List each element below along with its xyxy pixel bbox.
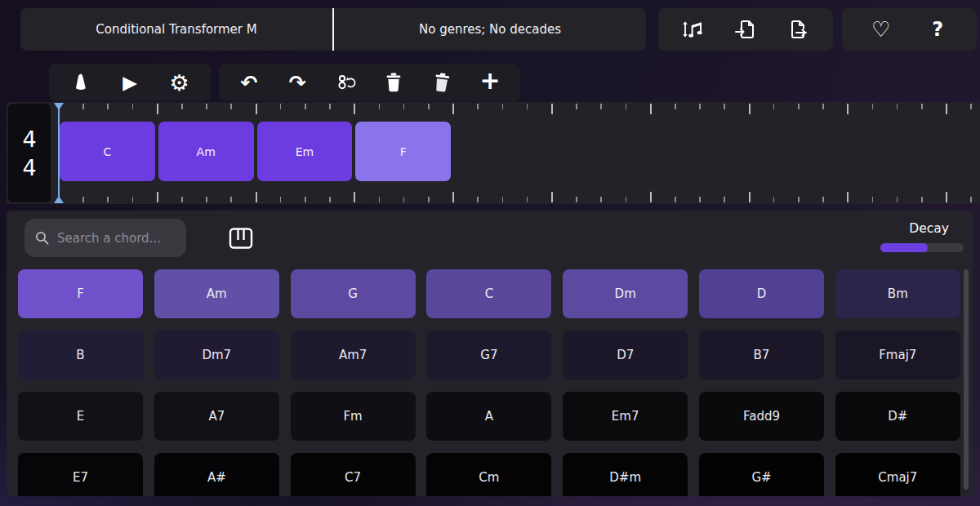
heart-icon: ♡ (871, 19, 890, 40)
chord-button[interactable]: C7 (291, 453, 416, 496)
piano-toggle-button[interactable] (227, 225, 255, 251)
chord-button[interactable]: F (18, 269, 143, 318)
chord-button[interactable]: D7 (563, 331, 688, 380)
ruler-tick (749, 104, 751, 114)
ruler-tick (724, 104, 725, 109)
genre-decade-selector[interactable]: No genres; No decades (334, 8, 646, 51)
ruler-tick (921, 197, 923, 202)
chord-button[interactable]: G# (699, 453, 824, 496)
chord-button[interactable]: B (18, 331, 143, 380)
chord-search[interactable] (24, 219, 186, 257)
timeline-chord-block[interactable]: C (60, 122, 155, 181)
play-button[interactable]: ▶ (112, 66, 148, 99)
ruler-tick (970, 104, 972, 109)
redo-button[interactable]: ↷ (279, 66, 315, 99)
chord-button[interactable]: D (699, 269, 824, 318)
add-chord-button[interactable]: + (472, 66, 508, 99)
chord-button[interactable]: Fadd9 (699, 392, 824, 441)
export-button[interactable] (781, 11, 817, 47)
transpose-button[interactable] (675, 11, 711, 47)
undo-button[interactable]: ↶ (231, 66, 267, 99)
settings-button[interactable]: ⚙ (162, 66, 198, 99)
play-icon: ▶ (122, 73, 137, 92)
gear-icon: ⚙ (169, 72, 189, 94)
chord-button[interactable]: D#m (563, 453, 688, 496)
chord-button[interactable]: Am7 (291, 331, 416, 380)
ruler-tick (107, 104, 109, 109)
ruler-tick (305, 104, 306, 109)
chord-button[interactable]: Cm (426, 453, 551, 496)
ruler-tick (650, 192, 652, 202)
ruler-tick (256, 104, 257, 114)
ruler-tick (749, 192, 751, 202)
help-button[interactable]: ? (920, 11, 956, 47)
ruler-tick (157, 192, 158, 202)
ruler-tick (428, 104, 430, 109)
delete-all-button[interactable] (424, 66, 460, 99)
ruler-tick (626, 104, 627, 109)
chord-button[interactable]: G (291, 269, 416, 318)
ruler-tick (280, 104, 282, 109)
metronome-button[interactable] (63, 66, 99, 99)
chord-button[interactable]: Fm (291, 392, 416, 441)
chord-search-input[interactable] (57, 231, 172, 246)
ruler-tick (82, 104, 84, 109)
ruler-tick (329, 104, 331, 109)
timeline-chord-block[interactable]: Am (158, 122, 254, 181)
chord-button[interactable]: A7 (154, 392, 279, 441)
edit-toolbar: ↶ ↷ + (219, 64, 520, 101)
ruler-tick (872, 104, 874, 109)
ruler-tick (551, 104, 553, 114)
ruler-tick (329, 197, 331, 202)
ruler-tick (206, 197, 207, 202)
ruler-tick (773, 197, 775, 202)
ruler-tick (354, 104, 355, 114)
ruler-tick (822, 197, 824, 202)
favorite-button[interactable]: ♡ (863, 11, 899, 47)
ruler-tick (847, 192, 849, 202)
timeline-ruler-bottom (7, 186, 980, 204)
ruler-tick (527, 197, 528, 202)
plus-icon: + (479, 69, 500, 96)
chord-button[interactable]: Em7 (563, 392, 688, 441)
chord-button[interactable]: E7 (18, 453, 143, 496)
ruler-tick (921, 104, 923, 109)
time-signature[interactable]: 4 4 (8, 104, 51, 202)
chord-button[interactable]: B7 (699, 331, 824, 380)
timeline-chord-lane: CAmEmF (58, 122, 980, 182)
chord-button[interactable]: Bm (835, 269, 960, 318)
ruler-tick (798, 104, 800, 109)
timeline-chord-block[interactable]: Em (257, 122, 353, 181)
ruler-tick (847, 104, 849, 114)
chord-button[interactable]: Dm (563, 269, 688, 318)
chord-button[interactable]: A (426, 392, 551, 441)
delete-button[interactable] (376, 66, 412, 99)
chord-button[interactable]: Cmaj7 (835, 453, 960, 496)
playhead[interactable] (54, 102, 64, 204)
decay-slider[interactable] (880, 243, 964, 252)
chord-button[interactable]: Dm7 (154, 331, 279, 380)
chord-button[interactable]: Am (154, 269, 279, 318)
import-button[interactable] (728, 11, 764, 47)
top-bar: Conditional Transformer M No genres; No … (20, 8, 646, 51)
chord-grid-scrollbar[interactable] (964, 269, 969, 490)
ruler-tick (946, 192, 947, 202)
chord-button[interactable]: G7 (426, 331, 551, 380)
trash-icon (384, 72, 403, 93)
ruler-tick (551, 192, 553, 202)
metronome-icon (70, 72, 91, 93)
chord-button[interactable]: A# (154, 453, 279, 496)
ruler-tick (256, 192, 257, 202)
chord-button[interactable]: C (426, 269, 551, 318)
ruler-tick (970, 197, 972, 202)
chord-button[interactable]: Fmaj7 (835, 331, 960, 380)
regenerate-button[interactable] (327, 66, 363, 99)
chord-button[interactable]: E (18, 392, 143, 441)
timeline[interactable]: CAmEmF 4 4 (7, 102, 980, 204)
ruler-tick (379, 197, 381, 202)
chord-button[interactable]: D# (835, 392, 960, 441)
timeline-chord-block[interactable]: F (355, 122, 451, 181)
playhead-line (58, 103, 60, 203)
ruler-tick (354, 192, 355, 202)
model-selector[interactable]: Conditional Transformer M (20, 8, 332, 51)
